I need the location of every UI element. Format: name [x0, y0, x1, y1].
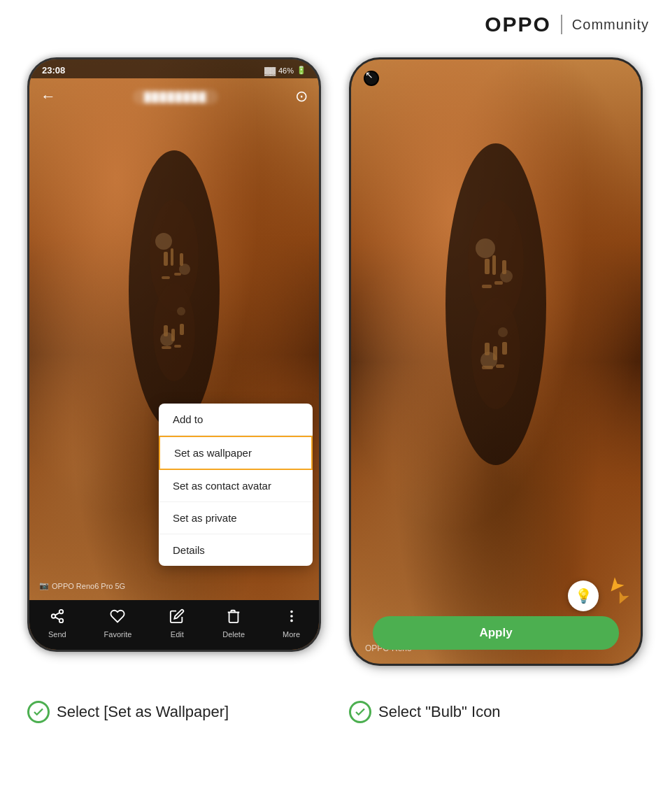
svg-rect-40 — [482, 366, 493, 369]
svg-point-22 — [291, 611, 292, 613]
bulb-icon-button[interactable]: 💡 — [568, 580, 599, 611]
logo-divider — [561, 15, 562, 34]
back-arrow-right: ↖ — [365, 69, 373, 80]
svg-rect-37 — [485, 343, 490, 355]
svg-point-17 — [59, 610, 64, 614]
watermark-text: OPPO Reno6 Pro 5G — [52, 582, 125, 590]
volume-up-button — [27, 171, 29, 213]
nav-edit[interactable]: Edit — [169, 608, 185, 639]
nav-favorite[interactable]: Favorite — [104, 608, 132, 639]
edit-icon — [169, 608, 185, 627]
volume-down-button — [27, 227, 29, 283]
context-menu: Add to Set as wallpaper Set as contact a… — [159, 404, 313, 566]
svg-rect-8 — [171, 248, 173, 266]
power-button — [320, 206, 321, 269]
svg-rect-38 — [493, 346, 497, 360]
svg-point-24 — [291, 620, 292, 622]
edit-label: Edit — [171, 630, 184, 639]
main-content: 23:08 ▓▓ 46% 🔋 ← ████████ ⊙ Add — [0, 43, 670, 680]
left-caption: Select [Set as Wallpaper] — [27, 701, 321, 723]
left-phone: 23:08 ▓▓ 46% 🔋 ← ████████ ⊙ Add — [27, 57, 321, 652]
app-title: ████████ — [133, 90, 218, 104]
send-icon — [50, 608, 65, 627]
oppo-logo: OPPO Community — [485, 13, 649, 36]
svg-rect-11 — [174, 273, 181, 276]
heart-icon — [110, 608, 125, 627]
right-caption-text: Select "Bulb" Icon — [378, 703, 501, 721]
svg-rect-9 — [180, 253, 183, 266]
svg-rect-36 — [494, 281, 503, 285]
nav-send[interactable]: Send — [48, 608, 66, 639]
menu-item-set-wallpaper[interactable]: Set as wallpaper — [159, 436, 313, 470]
menu-item-set-private[interactable]: Set as private — [159, 502, 313, 534]
status-time: 23:08 — [42, 65, 65, 76]
scan-button[interactable]: ⊙ — [295, 87, 308, 106]
svg-rect-32 — [485, 259, 490, 274]
left-phone-screen: 23:08 ▓▓ 46% 🔋 ← ████████ ⊙ Add — [29, 59, 319, 650]
app-bar: ← ████████ ⊙ — [29, 82, 319, 111]
svg-rect-7 — [164, 252, 168, 266]
battery-icon: 🔋 — [297, 66, 306, 75]
svg-point-19 — [59, 619, 64, 623]
camera-icon: 📷 — [39, 581, 49, 590]
apply-button[interactable]: Apply — [373, 616, 619, 650]
svg-rect-16 — [174, 345, 181, 348]
svg-rect-14 — [180, 324, 184, 335]
more-label: More — [283, 630, 300, 639]
photo-watermark: 📷 OPPO Reno6 Pro 5G — [39, 581, 125, 590]
right-phone: ↖ 💡 ➤ ➤ Apply OPPO Reno — [349, 57, 643, 666]
svg-point-28 — [476, 238, 495, 258]
menu-item-add-to[interactable]: Add to — [159, 404, 313, 436]
status-icons: ▓▓ 46% 🔋 — [264, 66, 306, 75]
community-label: Community — [572, 17, 649, 33]
menu-item-set-contact-avatar[interactable]: Set as contact avatar — [159, 470, 313, 502]
status-bar: 23:08 ▓▓ 46% 🔋 — [29, 59, 319, 78]
right-power-button — [641, 213, 643, 269]
svg-point-3 — [155, 233, 172, 250]
back-button[interactable]: ← — [41, 87, 56, 106]
right-check-icon — [349, 701, 371, 723]
send-label: Send — [48, 630, 66, 639]
nav-delete[interactable]: Delete — [222, 608, 245, 639]
left-check-icon — [27, 701, 50, 723]
bulb-icon: 💡 — [575, 587, 592, 604]
svg-line-21 — [55, 613, 59, 615]
svg-rect-13 — [171, 329, 175, 341]
oppo-logo-text: OPPO — [485, 13, 551, 36]
trash-icon — [226, 608, 241, 627]
svg-rect-41 — [496, 364, 504, 368]
favorite-label: Favorite — [104, 630, 132, 639]
menu-item-details[interactable]: Details — [159, 534, 313, 566]
right-phone-screen: ↖ 💡 ➤ ➤ Apply OPPO Reno — [351, 59, 641, 664]
left-phone-container: 23:08 ▓▓ 46% 🔋 ← ████████ ⊙ Add — [27, 57, 321, 652]
right-caption: Select "Bulb" Icon — [349, 701, 643, 723]
caption-row: Select [Set as Wallpaper] Select "Bulb" … — [0, 680, 670, 737]
delete-label: Delete — [222, 630, 245, 639]
svg-rect-35 — [482, 285, 492, 288]
signal-icon: ▓▓ — [264, 66, 276, 75]
wifi-icon: 46% — [278, 66, 294, 75]
svg-point-6 — [177, 307, 185, 315]
right-fossil-shape — [419, 101, 573, 507]
svg-rect-15 — [162, 346, 171, 349]
nav-more[interactable]: More — [283, 608, 300, 639]
svg-rect-39 — [502, 342, 507, 355]
more-icon — [284, 608, 299, 627]
svg-rect-34 — [502, 260, 506, 274]
svg-rect-33 — [492, 255, 496, 275]
svg-rect-10 — [162, 276, 170, 279]
right-phone-container: ↖ 💡 ➤ ➤ Apply OPPO Reno — [349, 57, 643, 666]
svg-rect-12 — [164, 325, 168, 336]
left-caption-text: Select [Set as Wallpaper] — [57, 703, 229, 721]
svg-point-18 — [52, 614, 56, 618]
header: OPPO Community — [0, 0, 670, 43]
svg-point-23 — [291, 615, 292, 617]
nav-bar: Send Favorite — [29, 600, 319, 650]
svg-point-31 — [498, 327, 508, 337]
svg-line-20 — [55, 617, 59, 620]
